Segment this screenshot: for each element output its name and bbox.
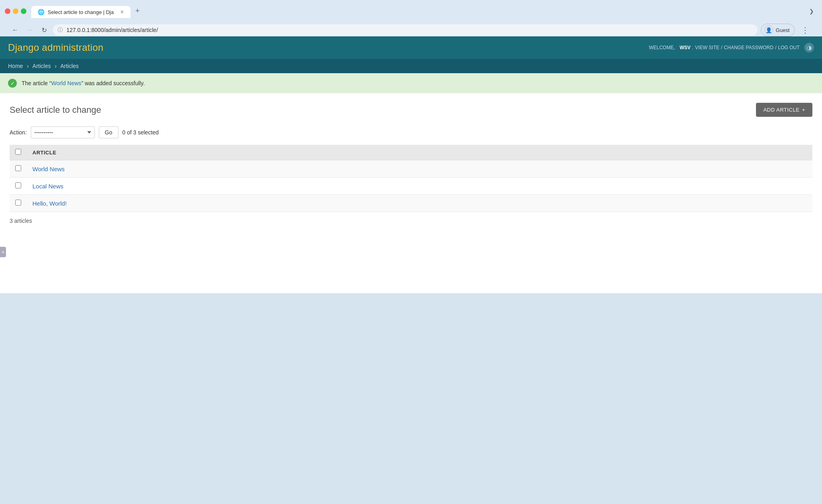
browser-chrome: 🌐 Select article to change | Dja ✕ + ❯ ←… (0, 0, 822, 36)
success-pre: The article “ (22, 80, 51, 86)
row-checkbox-3[interactable] (15, 200, 21, 206)
new-tab-button[interactable]: + (130, 4, 144, 18)
row-checkbox-2[interactable] (15, 182, 21, 188)
success-text: The article “World News” was added succe… (22, 80, 145, 86)
breadcrumb-home[interactable]: Home (8, 63, 23, 69)
selected-count: 0 of 3 selected (122, 129, 159, 136)
action-label: Action: (10, 129, 27, 136)
add-article-label: ADD ARTICLE (763, 107, 800, 113)
address-input[interactable] (53, 24, 758, 36)
page-wrapper: Django administration WELCOME, WSV. VIEW… (0, 36, 822, 293)
user-button-label: Guest (776, 27, 790, 33)
success-icon: ✓ (8, 79, 17, 88)
more-options-button[interactable]: ⋮ (798, 24, 812, 36)
reload-button[interactable]: ↻ (38, 24, 50, 36)
welcome-text: WELCOME, (649, 45, 675, 50)
view-site-link[interactable]: VIEW SITE (695, 45, 720, 50)
admin-user-links: WELCOME, WSV. VIEW SITE / CHANGE PASSWOR… (649, 43, 814, 52)
success-message: ✓ The article “World News” was added suc… (0, 73, 822, 93)
go-button[interactable]: Go (99, 126, 118, 138)
main-content: Select article to change ADD ARTICLE + A… (0, 93, 822, 293)
content-header: Select article to change ADD ARTICLE + (10, 103, 812, 117)
back-button[interactable]: ← (10, 24, 21, 36)
table-header-row: ARTICLE (10, 145, 812, 160)
select-all-checkbox[interactable] (15, 149, 21, 155)
column-article-header: ARTICLE (27, 145, 812, 160)
tab-close-button[interactable]: ✕ (120, 9, 124, 15)
articles-count: 3 articles (10, 212, 812, 230)
change-password-link[interactable]: CHANGE PASSWORD (724, 45, 774, 50)
tab-title: Select article to change | Dja (48, 9, 114, 15)
nav-buttons: ← → ↻ (10, 24, 50, 36)
user-avatar-icon: 👤 (764, 26, 773, 34)
forward-button[interactable]: → (24, 24, 35, 36)
breadcrumb-sep-2: › (55, 63, 57, 69)
article-link-1[interactable]: World News (32, 166, 65, 172)
breadcrumb-articles-app[interactable]: Articles (32, 63, 51, 69)
add-icon: + (802, 107, 805, 113)
breadcrumb: Home › Articles › Articles (0, 59, 822, 73)
breadcrumb-articles-model: Articles (60, 63, 79, 69)
page-title: Select article to change (10, 105, 101, 115)
success-article-link[interactable]: World News (51, 80, 81, 86)
traffic-lights (5, 8, 26, 14)
maximize-traffic-light[interactable] (21, 8, 26, 14)
table-row: Hello, World! (10, 195, 812, 212)
table-row: Local News (10, 178, 812, 195)
success-post: ” was added successfully. (81, 80, 144, 86)
admin-username: WSV (680, 45, 690, 50)
log-out-link[interactable]: LOG OUT (778, 45, 800, 50)
address-bar-row: ← → ↻ ⓘ 👤 Guest ⋮ (5, 21, 817, 36)
articles-table: ARTICLE World News Local News (10, 145, 812, 212)
active-tab[interactable]: 🌐 Select article to change | Dja ✕ (31, 6, 130, 18)
add-article-button[interactable]: ADD ARTICLE + (756, 103, 812, 117)
address-bar-wrapper: ⓘ (53, 24, 758, 36)
admin-title: Django administration (8, 42, 103, 53)
close-traffic-light[interactable] (5, 8, 10, 14)
action-select[interactable]: ---------- (31, 126, 95, 138)
tab-expand-button[interactable]: ❯ (806, 6, 817, 17)
address-info-icon: ⓘ (58, 26, 63, 34)
tab-favicon-icon: 🌐 (38, 9, 44, 15)
article-link-2[interactable]: Local News (32, 183, 64, 190)
article-link-3[interactable]: Hello, World! (32, 200, 67, 207)
row-checkbox-1[interactable] (15, 165, 21, 171)
theme-toggle-button[interactable]: ◑ (804, 43, 814, 52)
admin-header: Django administration WELCOME, WSV. VIEW… (0, 36, 822, 59)
user-profile-button[interactable]: 👤 Guest (761, 24, 795, 36)
minimize-traffic-light[interactable] (13, 8, 18, 14)
tab-bar: 🌐 Select article to change | Dja ✕ + (31, 4, 144, 18)
table-row: World News (10, 160, 812, 178)
breadcrumb-sep-1: › (27, 63, 29, 69)
action-bar: Action: ---------- Go 0 of 3 selected (10, 126, 812, 138)
sidebar-toggle-button[interactable]: » (0, 247, 6, 257)
